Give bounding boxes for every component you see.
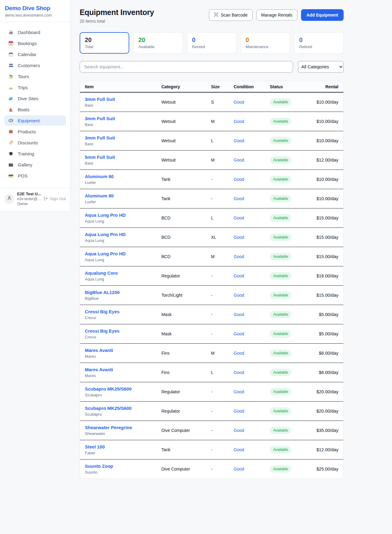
item-condition-link[interactable]: Good — [234, 389, 244, 394]
item-name-link[interactable]: Mares Avanti — [85, 367, 161, 372]
item-size: - — [211, 428, 234, 433]
item-condition-link[interactable]: Good — [234, 312, 244, 317]
speedboat-icon — [8, 85, 13, 90]
stat-card-available[interactable]: 20Available — [133, 32, 183, 54]
category-filter[interactable]: All Categories — [298, 61, 344, 73]
search-input[interactable] — [80, 61, 293, 73]
table-row: 3mm Full SuitBareWetsuitMGoodAvailable$1… — [80, 112, 343, 131]
table-row: Scubapro MK25/S600ScubaproRegulator-Good… — [80, 382, 343, 402]
item-condition-link[interactable]: Good — [234, 119, 244, 124]
item-name-link[interactable]: Aqua Lung Pro HD — [85, 232, 161, 237]
stat-label: Retired — [299, 44, 338, 49]
item-name-link[interactable]: Scubapro MK25/S600 — [85, 386, 161, 391]
item-name-link[interactable]: 3mm Full Suit — [85, 135, 161, 140]
item-condition-link[interactable]: Good — [234, 370, 244, 375]
manage-rentals-button[interactable]: Manage Rentals — [256, 10, 297, 21]
sidebar-item-label: Dashboard — [18, 30, 40, 35]
sidebar-item-calendar[interactable]: Calendar — [4, 49, 66, 59]
item-name-link[interactable]: Aluminum 80 — [85, 193, 161, 198]
item-condition-link[interactable]: Good — [234, 467, 244, 471]
item-rental-rate: $10.00/day — [313, 177, 338, 182]
sidebar-item-products[interactable]: Products — [4, 126, 66, 137]
item-name-link[interactable]: BigBlue AL1200 — [85, 290, 161, 295]
item-brand: Mares — [85, 354, 161, 359]
item-name-link[interactable]: Cressi Big Eyes — [85, 309, 161, 314]
item-condition-link[interactable]: Good — [234, 158, 244, 162]
sidebar-item-pos[interactable]: POS — [4, 170, 66, 181]
item-condition-link[interactable]: Good — [234, 273, 244, 278]
item-name-link[interactable]: 3mm Full Suit — [85, 116, 161, 121]
scan-barcode-button[interactable]: Scan Barcode — [209, 9, 253, 21]
item-category: Regulator — [161, 409, 211, 414]
item-name-link[interactable]: 5mm Full Suit — [85, 154, 161, 160]
sidebar-item-dashboard[interactable]: Dashboard — [4, 27, 66, 37]
item-condition-link[interactable]: Good — [234, 351, 244, 356]
item-name-link[interactable]: Shearwater Peregrine — [85, 425, 161, 430]
sidebar-item-trips[interactable]: Trips — [4, 82, 66, 93]
table-row: Steel 100FaberTank-GoodAvailable$12.00/d… — [80, 440, 343, 460]
item-condition-link[interactable]: Good — [234, 235, 244, 240]
item-brand: Luxfer — [85, 200, 161, 204]
user-name: E2E Test U... — [17, 192, 40, 196]
sidebar-item-discounts[interactable]: Discounts — [4, 137, 66, 148]
item-name-link[interactable]: Cressi Big Eyes — [85, 328, 161, 334]
status-badge: Available — [270, 195, 291, 202]
item-brand: Aqua Lung — [85, 219, 161, 223]
item-size: - — [211, 293, 234, 298]
sidebar-item-tours[interactable]: Tours — [4, 71, 66, 82]
sidebar-item-dive-sites[interactable]: Dive Sites — [4, 93, 66, 104]
item-name-link[interactable]: Aluminum 80 — [85, 174, 161, 179]
stat-card-total[interactable]: 20Total — [80, 32, 129, 54]
item-condition-link[interactable]: Good — [234, 138, 244, 143]
table-header-row: ItemCategorySizeConditionStatusRental — [80, 81, 343, 93]
sidebar-item-customers[interactable]: Customers — [4, 60, 66, 71]
sidebar-item-equipment[interactable]: Equipment — [4, 115, 66, 126]
item-brand: Shearwater — [85, 431, 161, 436]
item-condition-link[interactable]: Good — [234, 216, 244, 220]
item-condition-link[interactable]: Good — [234, 254, 244, 259]
stat-card-maintenance[interactable]: 0Maintenance — [240, 32, 290, 54]
sidebar-item-label: Trips — [18, 85, 28, 90]
item-name-link[interactable]: Aqua Lung Pro HD — [85, 251, 161, 256]
brand: Demo Dive Shop demo.test.divestreams.com — [0, 0, 70, 22]
status-badge: Available — [270, 292, 291, 299]
sign-out-button[interactable]: Sign Out — [43, 196, 66, 202]
item-rental-rate: $5.00/day — [313, 331, 338, 336]
page-title: Equipment Inventory — [80, 8, 154, 17]
svg-text:17: 17 — [10, 43, 12, 45]
item-condition-link[interactable]: Good — [234, 196, 244, 201]
item-rental-rate: $20.00/day — [313, 409, 338, 414]
sidebar-item-boats[interactable]: Boats — [4, 104, 66, 115]
sailboat-icon — [8, 107, 13, 112]
item-name-link[interactable]: Aqualung Core — [85, 270, 161, 276]
item-condition-link[interactable]: Good — [234, 331, 244, 336]
item-name-link[interactable]: Suunto Zoop — [85, 463, 161, 469]
sidebar-item-bookings[interactable]: 17Bookings — [4, 38, 66, 48]
sidebar-item-label: Bookings — [18, 41, 37, 46]
item-name-link[interactable]: Scubapro MK25/S600 — [85, 406, 161, 411]
item-size: S — [211, 100, 234, 105]
status-badge: Available — [270, 465, 291, 473]
table-row: Shearwater PeregrineShearwaterDive Compu… — [80, 421, 343, 440]
item-name-link[interactable]: Aqua Lung Pro HD — [85, 212, 161, 218]
stat-card-rented[interactable]: 0Rented — [187, 32, 236, 54]
item-name-link[interactable]: 3mm Full Suit — [85, 97, 161, 102]
sign-out-label: Sign Out — [50, 196, 66, 201]
item-condition-link[interactable]: Good — [234, 409, 244, 414]
add-equipment-button[interactable]: Add Equipment — [301, 9, 344, 21]
status-badge: Available — [270, 311, 291, 318]
sidebar-item-label: Discounts — [18, 140, 38, 145]
brand-logo[interactable]: Demo Dive Shop — [5, 5, 65, 12]
sidebar-item-gallery[interactable]: Gallery — [4, 159, 66, 170]
sidebar-item-training[interactable]: Training — [4, 148, 66, 159]
item-condition-link[interactable]: Good — [234, 428, 244, 433]
item-condition-link[interactable]: Good — [234, 293, 244, 298]
item-name-link[interactable]: Mares Avanti — [85, 348, 161, 353]
table-row: Aqualung CoreAqua LungRegulator-GoodAvai… — [80, 266, 343, 286]
item-condition-link[interactable]: Good — [234, 100, 244, 105]
item-condition-link[interactable]: Good — [234, 447, 244, 452]
item-name-link[interactable]: Steel 100 — [85, 444, 161, 449]
item-condition-link[interactable]: Good — [234, 177, 244, 182]
table-row: Aluminum 80LuxferTank-GoodAvailable$10.0… — [80, 170, 343, 189]
stat-card-retired[interactable]: 0Retired — [294, 32, 344, 54]
